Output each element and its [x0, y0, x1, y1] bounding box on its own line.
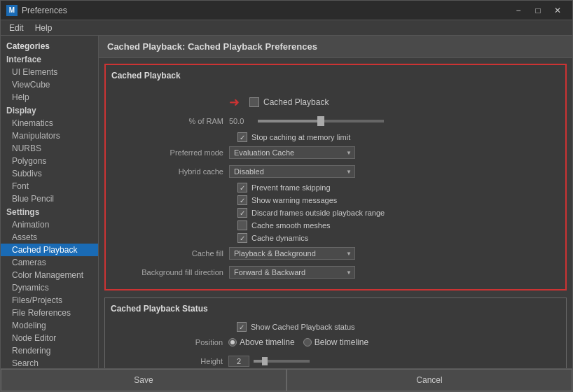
height-row: Height: [111, 354, 560, 368]
ram-control: 50.0: [229, 117, 560, 125]
ram-value: 50.0: [229, 117, 254, 125]
section2-title: Cached Playback Status: [111, 304, 560, 316]
position-above-label: Above timeline: [240, 337, 295, 347]
red-arrow-icon: ➜: [229, 94, 240, 110]
height-slider[interactable]: [254, 360, 310, 363]
categories-label: Categories: [1, 38, 98, 52]
discard-frames-checkbox[interactable]: [237, 208, 247, 218]
height-control: [228, 356, 560, 367]
show-warning-checkbox[interactable]: [237, 195, 247, 205]
window-controls: − □ ✕: [509, 4, 567, 18]
sidebar-item-search[interactable]: Search: [1, 357, 98, 368]
app-icon: M: [6, 5, 18, 16]
menu-bar: Edit Help: [1, 20, 572, 36]
sidebar-item-files-projects[interactable]: Files/Projects: [1, 294, 98, 307]
show-status-row: Show Cached Playback status: [111, 322, 560, 332]
panel-content: Cached Playback ➜ Cached Playback % of: [99, 58, 572, 368]
sidebar-item-help[interactable]: Help: [1, 91, 98, 104]
cached-playback-toggle-row: ➜ Cached Playback: [111, 94, 560, 110]
prevent-frame-skipping-checkbox[interactable]: [237, 183, 247, 192]
main-panel: Cached Playback: Cached Playback Prefere…: [99, 36, 572, 368]
minimize-button[interactable]: −: [509, 4, 527, 18]
sidebar-item-ui-elements[interactable]: UI Elements: [1, 66, 98, 78]
preferred-mode-row: Preferred mode Evaluation Cache: [111, 145, 560, 160]
cache-fill-select[interactable]: Playback & Background: [229, 247, 355, 260]
position-below-radio-btn[interactable]: [303, 338, 312, 346]
sidebar-item-nurbs[interactable]: NURBS: [1, 142, 98, 155]
bg-fill-label: Background fill direction: [111, 268, 223, 276]
hybrid-cache-label: Hybrid cache: [111, 167, 223, 176]
section1-title: Cached Playback: [111, 71, 181, 83]
sidebar-item-manipulators[interactable]: Manipulators: [1, 130, 98, 142]
position-below-radio[interactable]: Below timeline: [303, 337, 368, 347]
sidebar-item-rendering[interactable]: Rendering: [1, 344, 98, 357]
sidebar-item-kinematics[interactable]: Kinematics: [1, 117, 98, 130]
bg-fill-select[interactable]: Forward & Backward: [229, 266, 355, 279]
sidebar-item-blue-pencil[interactable]: Blue Pencil: [1, 192, 98, 205]
menu-edit[interactable]: Edit: [4, 22, 29, 34]
bottom-bar: Save Cancel: [1, 368, 572, 391]
height-label: Height: [111, 357, 223, 365]
content-area: Categories Interface UI Elements ViewCub…: [1, 36, 572, 368]
show-warning-row: Show warning messages: [111, 195, 560, 205]
position-label: Position: [111, 338, 223, 346]
cached-playback-header: Cached Playback: [111, 71, 560, 89]
ram-label: % of RAM: [111, 117, 223, 125]
title-bar: M Preferences − □ ✕: [1, 1, 572, 20]
hybrid-cache-control: Disabled: [229, 165, 560, 178]
sidebar-item-font[interactable]: Font: [1, 180, 98, 192]
ram-row: % of RAM 50.0: [111, 113, 560, 129]
sidebar-item-interface[interactable]: Interface: [1, 52, 98, 66]
maximize-button[interactable]: □: [529, 4, 547, 18]
cache-smooth-checkbox[interactable]: [237, 220, 247, 230]
cancel-button[interactable]: Cancel: [286, 369, 572, 391]
preferred-mode-select-wrapper: Evaluation Cache: [229, 146, 355, 159]
position-control: Above timeline Below timeline: [228, 337, 560, 347]
sidebar-item-node-editor[interactable]: Node Editor: [1, 332, 98, 344]
panel-header: Cached Playback: Cached Playback Prefere…: [99, 36, 572, 58]
sidebar-item-animation[interactable]: Animation: [1, 218, 98, 231]
stop-cache-checkbox[interactable]: [237, 132, 247, 142]
sidebar-item-color-management[interactable]: Color Management: [1, 269, 98, 281]
position-radio-group: Above timeline Below timeline: [228, 337, 368, 347]
position-above-radio[interactable]: Above timeline: [228, 337, 295, 347]
sidebar-item-dynamics[interactable]: Dynamics: [1, 281, 98, 294]
bg-fill-row: Background fill direction Forward & Back…: [111, 265, 560, 280]
preferred-mode-control: Evaluation Cache: [229, 146, 560, 159]
sidebar-item-modeling[interactable]: Modeling: [1, 319, 98, 332]
sidebar-item-assets[interactable]: Assets: [1, 231, 98, 244]
show-status-checkbox[interactable]: [237, 322, 247, 332]
sidebar-item-viewcube[interactable]: ViewCube: [1, 78, 98, 91]
sidebar-item-file-references[interactable]: File References: [1, 307, 98, 319]
cached-playback-checkbox[interactable]: [249, 97, 259, 107]
close-button[interactable]: ✕: [548, 4, 567, 18]
ram-slider-container: 50.0: [229, 117, 384, 125]
cache-dynamics-checkbox[interactable]: [237, 233, 247, 243]
prevent-frame-skipping-row: Prevent frame skipping: [111, 183, 560, 192]
sidebar-item-settings[interactable]: Settings: [1, 205, 98, 218]
menu-help[interactable]: Help: [29, 22, 58, 34]
cache-fill-label: Cache fill: [111, 249, 223, 258]
sidebar-item-display[interactable]: Display: [1, 104, 98, 117]
ram-slider[interactable]: [258, 120, 384, 122]
hybrid-cache-select[interactable]: Disabled: [229, 165, 355, 178]
preferred-mode-select[interactable]: Evaluation Cache: [229, 146, 355, 159]
sidebar-item-polygons[interactable]: Polygons: [1, 155, 98, 167]
cache-fill-control: Playback & Background: [229, 247, 560, 260]
show-status-label: Show Cached Playback status: [251, 323, 355, 331]
cache-smooth-label: Cache smooth meshes: [251, 221, 331, 230]
height-input[interactable]: [228, 356, 249, 367]
cached-playback-section: Cached Playback ➜ Cached Playback % of: [104, 64, 567, 290]
sidebar-item-cameras[interactable]: Cameras: [1, 256, 98, 269]
show-warning-label: Show warning messages: [251, 196, 337, 204]
cache-dynamics-row: Cache dynamics: [111, 233, 560, 243]
position-above-radio-btn[interactable]: [228, 338, 237, 346]
save-button[interactable]: Save: [1, 369, 286, 391]
preferences-window: M Preferences − □ ✕ Edit Help Categories…: [0, 0, 573, 392]
cache-fill-row: Cache fill Playback & Background: [111, 246, 560, 261]
sidebar-item-subdivs[interactable]: Subdivs: [1, 167, 98, 180]
sidebar-item-cached-playback[interactable]: Cached Playback: [1, 244, 98, 256]
discard-frames-row: Discard frames outside playback range: [111, 208, 560, 218]
cached-playback-toggle-label: Cached Playback: [263, 97, 329, 107]
discard-frames-label: Discard frames outside playback range: [251, 209, 385, 217]
